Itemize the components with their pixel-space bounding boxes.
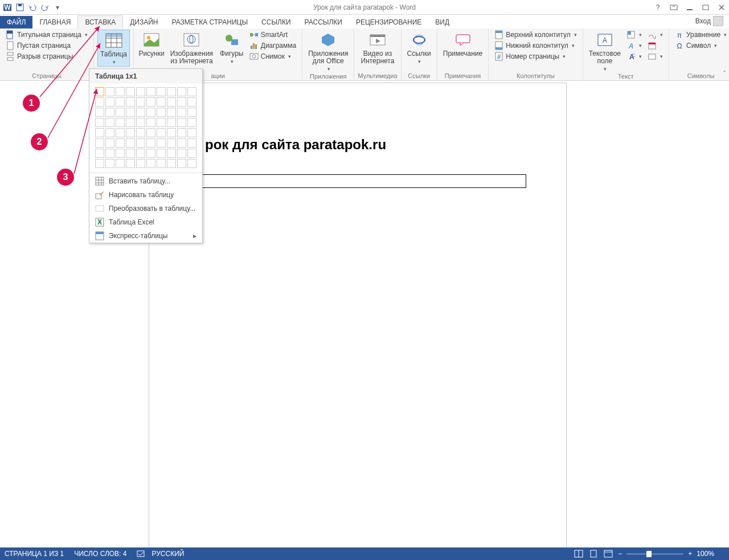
grid-cell[interactable] — [157, 149, 166, 158]
grid-cell[interactable] — [187, 87, 196, 96]
grid-cell[interactable] — [146, 138, 155, 148]
tab-view[interactable]: ВИД — [428, 16, 456, 28]
grid-cell[interactable] — [167, 87, 176, 96]
grid-cell[interactable] — [157, 97, 166, 107]
zoom-out-icon[interactable]: − — [618, 550, 622, 558]
datetime-button[interactable] — [645, 40, 665, 51]
grid-cell[interactable] — [105, 108, 114, 117]
maximize-icon[interactable] — [701, 2, 711, 13]
collapse-ribbon-icon[interactable]: ˆ — [723, 70, 726, 78]
status-page[interactable]: СТРАНИЦА 1 ИЗ 1 — [5, 550, 64, 558]
redo-icon[interactable] — [40, 2, 50, 13]
grid-cell[interactable] — [146, 87, 155, 96]
grid-cell[interactable] — [177, 108, 186, 117]
grid-cell[interactable] — [146, 149, 155, 158]
grid-cell[interactable] — [126, 149, 135, 158]
grid-cell[interactable] — [136, 159, 145, 168]
insert-table-item[interactable]: Вставить таблицу... — [89, 174, 202, 188]
grid-cell[interactable] — [167, 128, 176, 137]
tab-design[interactable]: ДИЗАЙН — [123, 16, 165, 28]
grid-cell[interactable] — [126, 128, 135, 137]
grid-cell[interactable] — [116, 87, 125, 96]
tab-file[interactable]: ФАЙЛ — [0, 16, 32, 28]
links-button[interactable]: Ссылки▾ — [405, 30, 433, 66]
zoom-slider[interactable] — [626, 553, 683, 555]
grid-cell[interactable] — [177, 138, 186, 148]
draw-table-item[interactable]: Нарисовать таблицу — [89, 188, 202, 202]
help-icon[interactable]: ? — [653, 2, 663, 13]
grid-cell[interactable] — [177, 149, 186, 158]
close-icon[interactable] — [716, 2, 727, 13]
grid-cell[interactable] — [136, 108, 145, 117]
tab-references[interactable]: ССЫЛКИ — [255, 16, 297, 28]
wordart-button[interactable]: A▾ — [624, 40, 644, 51]
grid-cell[interactable] — [105, 118, 114, 127]
grid-cell[interactable] — [157, 138, 166, 148]
grid-cell[interactable] — [136, 118, 145, 127]
undo-icon[interactable] — [27, 2, 38, 13]
grid-cell[interactable] — [126, 138, 135, 148]
web-layout-icon[interactable] — [603, 549, 613, 559]
grid-cell[interactable] — [187, 97, 196, 107]
grid-cell[interactable] — [157, 87, 166, 96]
grid-cell[interactable] — [116, 149, 125, 158]
excel-table-item[interactable]: XТаблица Excel — [89, 215, 202, 229]
online-pictures-button[interactable]: Изображения из Интернета — [167, 30, 216, 66]
grid-cell[interactable] — [157, 128, 166, 137]
tab-mailings[interactable]: РАССЫЛКИ — [298, 16, 349, 28]
print-layout-icon[interactable] — [588, 549, 599, 559]
smartart-button[interactable]: SmartArt — [247, 30, 298, 40]
login-area[interactable]: Вход — [695, 16, 723, 26]
qat-customize-icon[interactable]: ▾ — [52, 2, 63, 13]
chart-button[interactable]: Диаграмма — [247, 40, 298, 51]
grid-cell[interactable] — [187, 118, 196, 127]
grid-cell[interactable] — [126, 159, 135, 168]
grid-cell[interactable] — [136, 97, 145, 107]
grid-cell[interactable] — [146, 128, 155, 137]
document-table[interactable] — [191, 174, 526, 188]
zoom-level[interactable]: 100% — [697, 550, 714, 558]
grid-cell[interactable] — [116, 118, 125, 127]
grid-cell[interactable] — [146, 108, 155, 117]
grid-cell[interactable] — [116, 128, 125, 137]
grid-cell[interactable] — [167, 138, 176, 148]
quickparts-button[interactable]: ▾ — [624, 30, 644, 40]
ribbon-options-icon[interactable] — [669, 2, 679, 13]
zoom-in-icon[interactable]: + — [688, 550, 692, 558]
grid-cell[interactable] — [116, 159, 125, 168]
grid-cell[interactable] — [116, 138, 125, 148]
grid-cell[interactable] — [136, 138, 145, 148]
grid-cell[interactable] — [177, 118, 186, 127]
dropcap-button[interactable]: A▾ — [624, 51, 644, 62]
symbol-button[interactable]: ΩСимвол▾ — [673, 40, 729, 51]
grid-cell[interactable] — [167, 108, 176, 117]
grid-cell[interactable] — [146, 118, 155, 127]
grid-cell[interactable] — [167, 97, 176, 107]
grid-cell[interactable] — [157, 159, 166, 168]
textbox-button[interactable]: AТекстовое поле▾ — [587, 30, 623, 73]
grid-cell[interactable] — [126, 97, 135, 107]
quick-tables-item[interactable]: Экспресс-таблицы▸ — [89, 229, 202, 243]
grid-cell[interactable] — [187, 128, 196, 137]
status-words[interactable]: ЧИСЛО СЛОВ: 4 — [74, 550, 126, 558]
grid-cell[interactable] — [146, 159, 155, 168]
signature-button[interactable]: ▾ — [645, 30, 665, 40]
comment-button[interactable]: Примечание — [441, 30, 485, 59]
read-mode-icon[interactable] — [574, 549, 584, 559]
status-proofing[interactable] — [137, 549, 146, 558]
grid-cell[interactable] — [136, 87, 145, 96]
equation-button[interactable]: πУравнение▾ — [673, 30, 729, 40]
shapes-button[interactable]: Фигуры▾ — [218, 30, 246, 66]
grid-cell[interactable] — [167, 149, 176, 158]
grid-cell[interactable] — [187, 149, 196, 158]
footer-button[interactable]: Нижний колонтитул▾ — [492, 40, 579, 51]
grid-cell[interactable] — [105, 159, 114, 168]
grid-cell[interactable] — [167, 159, 176, 168]
document-page[interactable]: рок для сайта paratapok.ru — [149, 83, 566, 547]
grid-cell[interactable] — [167, 118, 176, 127]
office-apps-button[interactable]: Приложения для Office▾ — [306, 30, 350, 73]
grid-cell[interactable] — [136, 149, 145, 158]
grid-cell[interactable] — [187, 138, 196, 148]
pictures-button[interactable]: Рисунки — [137, 30, 166, 66]
grid-cell[interactable] — [105, 128, 114, 137]
